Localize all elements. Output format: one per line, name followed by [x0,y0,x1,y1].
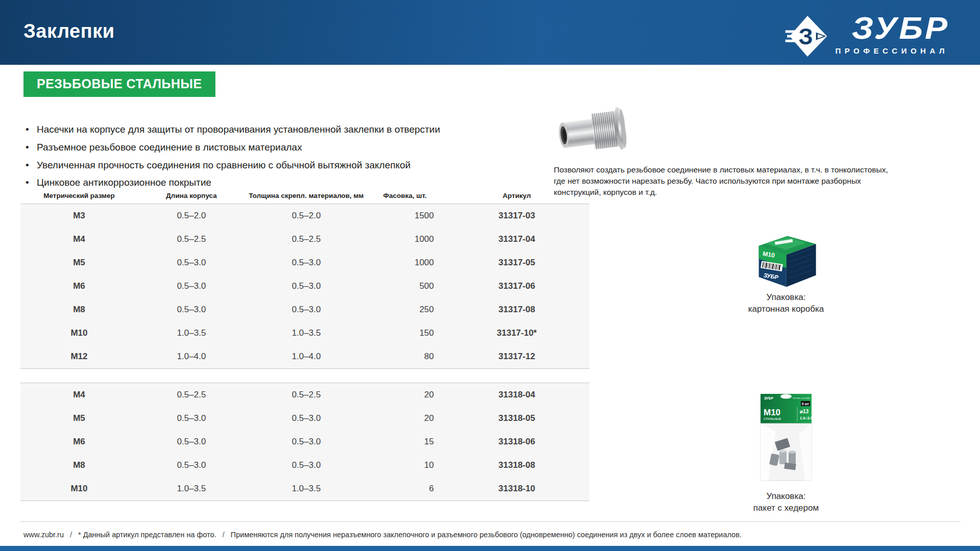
table-row: М80.5–3.00.5–3.01031318-08 [20,454,590,477]
table-cell: М10 [20,321,138,345]
table-cell: 31317-04 [444,228,590,251]
table-header: Метрический размер Длина корпуса Толщина… [20,189,590,204]
col-sku: Артикул [444,189,590,204]
table-cell: 1000 [368,251,444,274]
table-cell: 0.5–2.5 [245,383,368,407]
bag-size-label: М10 [764,408,780,417]
bag-count-label: 6 шт [802,402,809,406]
table-row: М40.5–2.50.5–2.5100031317-04 [20,228,590,251]
box-caption-line2: картонная коробка [730,304,842,315]
table-cell: 31317-05 [444,251,590,274]
brand-name: ЗУБР [852,14,949,43]
spec-tables: Метрический размер Длина корпуса Толщина… [20,189,590,501]
table-gap [20,369,590,383]
table-cell: 0.5–3.0 [245,298,368,321]
table-cell: 0.5–2.5 [245,228,368,251]
catalog-page: Заклепки З ЗУБР ПРОФЕССИОНАЛ РЕЗЬБОВЫЕ С… [0,0,980,551]
site-link[interactable]: www.zubr.ru [23,531,64,539]
table-cell: 20 [368,407,444,430]
bag-brand-label: ЗУБР [764,396,774,400]
table-cell: 0.5–3.0 [138,251,245,274]
table-cell: 0.5–3.0 [245,251,368,274]
bag-caption-line2: пакет с хедером [730,503,842,514]
rivet-product-image [556,105,638,158]
table-cell: 150 [368,321,444,345]
table-cell: 0.5–2.0 [138,204,245,228]
feature-item: Разъемное резьбовое соединение в листовы… [23,141,483,154]
table-cell: 31317-03 [444,204,590,228]
box-caption-line1: Упаковка: [730,292,842,304]
footer: www.zubr.ru/* Данный артикул представлен… [23,531,963,539]
table-cell: 31317-12 [444,345,590,369]
bag-caption: Упаковка: пакет с хедером [730,491,842,514]
table-cell: М4 [20,383,138,407]
table-cell: 31317-06 [444,274,590,298]
spec-table-boxes: Метрический размер Длина корпуса Толщина… [20,189,590,369]
table-cell: М8 [20,298,138,321]
bottom-accent-bar [0,546,980,551]
table-cell: 0.5–2.0 [245,204,368,228]
table-row: М101.0–3.51.0–3.515031317-10* [20,321,590,345]
bag-caption-line1: Упаковка: [730,491,842,503]
bag-diameter-label: ⌀13 [799,409,809,414]
table-cell: М4 [20,228,138,251]
table-cell: М6 [20,430,138,454]
table-cell: 6 [368,477,444,501]
table-row: М80.5–3.00.5–3.025031317-08 [20,298,590,321]
table-row: М30.5–2.00.5–2.0150031317-03 [20,204,590,228]
brand-subtitle: ПРОФЕССИОНАЛ [835,46,948,55]
table-cell: 250 [368,298,444,321]
table-cell: М3 [20,204,138,228]
table-cell: 31318-05 [444,407,590,430]
table-cell: 0.5–3.0 [138,430,245,454]
feature-list: Насечки на корпусе для защиты от провора… [23,123,483,194]
table-cell: 500 [368,274,444,298]
feature-item: Насечки на корпусе для защиты от провора… [23,123,483,136]
table-cell: 10 [368,454,444,477]
table-cell: 0.5–3.0 [138,454,245,477]
table-cell: 31318-04 [444,383,590,407]
table-body-group-1: М30.5–2.00.5–2.0150031317-03М40.5–2.50.5… [20,204,590,369]
table-cell: 0.5–3.0 [138,274,245,298]
table-cell: 1.0–4.0 [138,345,245,369]
page-title: Заклепки [23,20,115,42]
footer-separator: / [70,531,72,539]
table-cell: 31318-08 [444,454,590,477]
table-row: М101.0–3.51.0–3.5631318-10 [20,477,590,501]
header-bag-image: ЗУБР ПРОФЕССИОНАЛ 6 шт М10 СТАЛЬНЫЕ ⌀13 … [748,391,824,487]
table-cell: М8 [20,454,138,477]
table-cell: 15 [368,430,444,454]
table-row: М50.5–3.00.5–3.02031318-05 [20,407,590,430]
footer-note-usage: Применяются для получения неразъемного з… [231,531,742,539]
footer-separator: / [223,531,225,539]
table-cell: 0.5–2.5 [138,228,245,251]
table-cell: М6 [20,274,138,298]
table-cell: 1.0–3.5 [245,321,368,345]
table-row: М60.5–3.00.5–3.050031317-06 [20,274,590,298]
table-cell: М5 [20,407,138,430]
box-caption: Упаковка: картонная коробка [730,292,842,315]
table-row: М40.5–2.50.5–2.52031318-04 [20,383,590,407]
logo-letter: З [799,23,813,49]
table-cell: 1.0–3.5 [138,477,245,501]
feature-item: Увеличенная прочность соединения по срав… [23,159,483,171]
table-cell: 1.0–3.5 [138,321,245,345]
table-row: М50.5–3.00.5–3.0100031317-05 [20,251,590,274]
table-cell: 1.0–3.5 [245,477,368,501]
table-cell: 0.5–3.0 [138,298,245,321]
table-row: М121.0–4.01.0–4.08031317-12 [20,345,590,369]
table-cell: 0.5–2.5 [138,383,245,407]
table-cell: 1500 [368,204,444,228]
packaging-box: М10 ЗУБР Упаковка: [730,231,842,315]
brand-logo: З ЗУБР ПРОФЕССИОНАЛ [777,12,949,60]
bag-brand-sub-label: ПРОФЕССИОНАЛ [793,397,811,399]
table-cell: 0.5–3.0 [138,407,245,430]
cardboard-box-image: М10 ЗУБР [752,231,820,288]
table-cell: 1000 [368,228,444,251]
feature-item: Цинковое антикоррозионное покрытие [23,177,483,189]
table-cell: 0.5–3.0 [245,454,368,477]
table-cell: 0.5–3.0 [245,274,368,298]
zubr-diamond-icon: З [777,12,828,60]
footer-note-photo: * Данный артикул представлен на фото. [78,531,216,539]
table-cell: 0.5–3.0 [245,407,368,430]
